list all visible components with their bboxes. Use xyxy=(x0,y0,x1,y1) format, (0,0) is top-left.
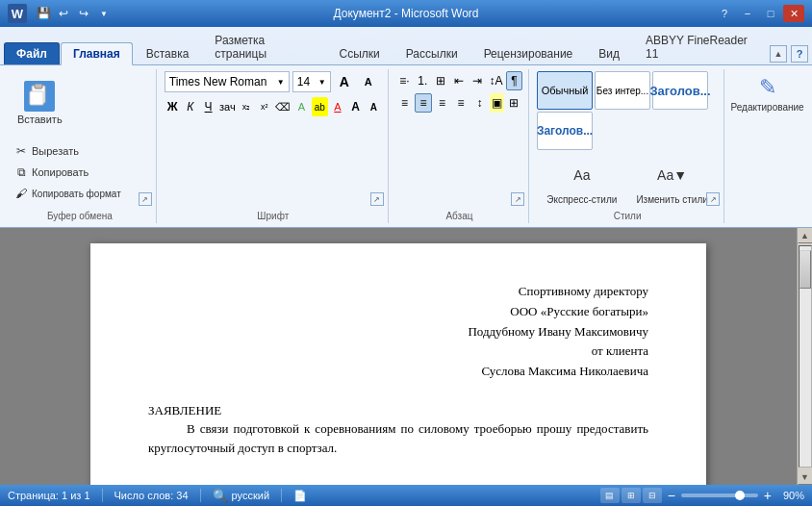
page-count-text: Страница: 1 из 1 xyxy=(8,490,90,501)
address-line-3: Поддубному Ивану Максимовичу xyxy=(148,322,648,342)
page-count-status[interactable]: Страница: 1 из 1 xyxy=(8,490,90,501)
shading-btn[interactable]: ▣ xyxy=(490,93,503,113)
zoom-in-btn[interactable]: + xyxy=(764,488,772,503)
save-qa-btn[interactable]: 💾 xyxy=(35,5,52,22)
styles-expand-btn[interactable]: ↗ xyxy=(706,192,720,206)
copy-button[interactable]: ⧉ Копировать xyxy=(10,163,125,182)
text-effects-btn[interactable]: A xyxy=(293,97,310,116)
highlight-btn[interactable]: ab xyxy=(312,97,328,116)
scissors-icon: ✂ xyxy=(13,143,29,159)
svg-rect-1 xyxy=(35,84,42,89)
paste-button[interactable]: Вставить xyxy=(10,71,70,135)
paragraph-expand-btn[interactable]: ↗ xyxy=(511,192,524,206)
align-center-btn[interactable]: ≡ xyxy=(415,93,431,113)
full-screen-btn[interactable]: ⊞ xyxy=(622,488,641,503)
document-area[interactable]: Спортивному директору ООО «Русские богат… xyxy=(0,228,797,485)
italic-btn[interactable]: К xyxy=(183,97,199,116)
print-layout-btn[interactable]: ▤ xyxy=(600,488,620,503)
font-size-dropdown-icon: ▼ xyxy=(318,78,326,87)
tab-review[interactable]: Рецензирование xyxy=(471,42,586,64)
change-styles-btn[interactable]: Аа▼ Изменить стили xyxy=(628,154,715,209)
editing-group: ✎ Редактирование xyxy=(726,69,808,223)
document-page[interactable]: Спортивному директору ООО «Русские богат… xyxy=(90,243,706,485)
shrink-font-btn[interactable]: A xyxy=(358,72,379,91)
style-no-spacing[interactable]: Без интер... xyxy=(595,71,650,110)
qa-dropdown-btn[interactable]: ▼ xyxy=(95,5,113,22)
decrease-indent-btn[interactable]: ⇤ xyxy=(451,71,468,90)
close-btn[interactable]: ✕ xyxy=(783,5,804,22)
font-color-btn[interactable]: A xyxy=(330,97,346,116)
cut-button[interactable]: ✂ Вырезать xyxy=(10,141,125,161)
tab-layout[interactable]: Разметка страницы xyxy=(202,29,325,64)
font-group: Times New Roman ▼ 14 ▼ A A Ж К Ч xyxy=(159,69,389,223)
web-view-btn[interactable]: ⊟ xyxy=(643,488,662,503)
font-size-down-btn[interactable]: A xyxy=(366,97,382,116)
show-marks-btn[interactable]: ¶ xyxy=(506,71,522,90)
spell-check-status[interactable]: 🔍 русский xyxy=(213,489,269,503)
clear-format-btn[interactable]: ⌫ xyxy=(274,97,292,116)
help-ribbon-btn[interactable]: ? xyxy=(791,45,808,63)
underline-btn[interactable]: Ч xyxy=(200,97,216,116)
grow-font-btn[interactable]: A xyxy=(334,72,355,91)
style-gallery: Обычный Без интер... Заголов... Заголов.… xyxy=(537,71,718,150)
word-icon[interactable]: W xyxy=(8,4,27,23)
font-expand-btn[interactable]: ↗ xyxy=(370,192,384,206)
font-name-dropdown-icon: ▼ xyxy=(277,78,285,87)
line-spacing-btn[interactable]: ↕ xyxy=(471,93,488,113)
style-heading2[interactable]: Заголов... xyxy=(537,112,593,150)
word-count-status[interactable]: Число слов: 34 xyxy=(114,490,189,501)
borders-btn[interactable]: ⊞ xyxy=(506,93,522,113)
align-right-btn[interactable]: ≡ xyxy=(434,93,450,113)
zoom-out-btn[interactable]: − xyxy=(668,488,675,503)
font-name-select[interactable]: Times New Roman ▼ xyxy=(165,71,290,92)
ribbon-collapse-btn[interactable]: ▲ xyxy=(770,45,787,63)
title-bar: W 💾 ↩ ↪ ▼ Документ2 - Microsoft Word ? −… xyxy=(0,0,812,27)
superscript-btn[interactable]: x² xyxy=(256,97,272,116)
numbering-btn[interactable]: 1. xyxy=(415,71,431,90)
paintbrush-icon: 🖌 xyxy=(13,186,29,201)
scroll-thumb[interactable] xyxy=(799,250,811,289)
list-row: ≡· 1. ⊞ ⇤ ⇥ ↕A ¶ xyxy=(396,71,522,90)
zoom-slider[interactable] xyxy=(681,493,758,497)
scroll-up-btn[interactable]: ▲ xyxy=(798,228,813,243)
strikethrough-btn[interactable]: зач xyxy=(218,97,237,116)
express-styles-btn[interactable]: Аа Экспресс-стили xyxy=(539,154,624,209)
styles-group: Обычный Без интер... Заголов... Заголов.… xyxy=(531,69,724,223)
bold-btn[interactable]: Ж xyxy=(165,97,181,116)
font-size-select[interactable]: 14 ▼ xyxy=(292,71,331,92)
redo-qa-btn[interactable]: ↪ xyxy=(75,5,92,22)
justify-btn[interactable]: ≡ xyxy=(452,93,469,113)
maximize-btn[interactable]: □ xyxy=(760,5,781,22)
scroll-down-btn[interactable]: ▼ xyxy=(798,469,813,485)
paste-icon xyxy=(24,81,55,112)
increase-indent-btn[interactable]: ⇥ xyxy=(469,71,486,90)
address-line-5: Суслова Максима Николаевича xyxy=(148,362,648,382)
zoom-thumb[interactable] xyxy=(735,491,745,500)
tab-insert[interactable]: Вставка xyxy=(134,42,202,64)
bullets-btn[interactable]: ≡· xyxy=(396,71,413,90)
tab-home[interactable]: Главная xyxy=(61,42,133,65)
multilevel-list-btn[interactable]: ⊞ xyxy=(433,71,449,90)
clipboard-expand-btn[interactable]: ↗ xyxy=(139,192,152,206)
tab-abbyy[interactable]: ABBYY FineReader 11 xyxy=(633,29,769,64)
zoom-level[interactable]: 90% xyxy=(777,490,804,501)
editing-btn[interactable]: ✎ Редактирование xyxy=(723,71,811,116)
word-count-text: Число слов: 34 xyxy=(114,490,189,501)
subscript-btn[interactable]: x₂ xyxy=(239,97,255,116)
tab-references[interactable]: Ссылки xyxy=(327,42,393,64)
help-btn[interactable]: ? xyxy=(714,5,735,22)
style-normal[interactable]: Обычный xyxy=(537,71,593,110)
scroll-track[interactable] xyxy=(799,245,812,468)
tab-view[interactable]: Вид xyxy=(586,42,632,64)
language-text: русский xyxy=(232,490,269,501)
undo-qa-btn[interactable]: ↩ xyxy=(55,5,72,22)
sort-btn[interactable]: ↕A xyxy=(488,71,504,90)
font-size-up-btn[interactable]: A xyxy=(347,97,364,116)
align-left-btn[interactable]: ≡ xyxy=(396,93,413,113)
format-painter-button[interactable]: 🖌 Копировать формат xyxy=(10,184,125,203)
tab-file[interactable]: Файл xyxy=(4,42,60,64)
express-styles-icon: Аа xyxy=(565,158,599,192)
tab-mailings[interactable]: Рассылки xyxy=(393,42,470,64)
minimize-btn[interactable]: − xyxy=(737,5,758,22)
style-heading1[interactable]: Заголов... xyxy=(652,71,708,110)
